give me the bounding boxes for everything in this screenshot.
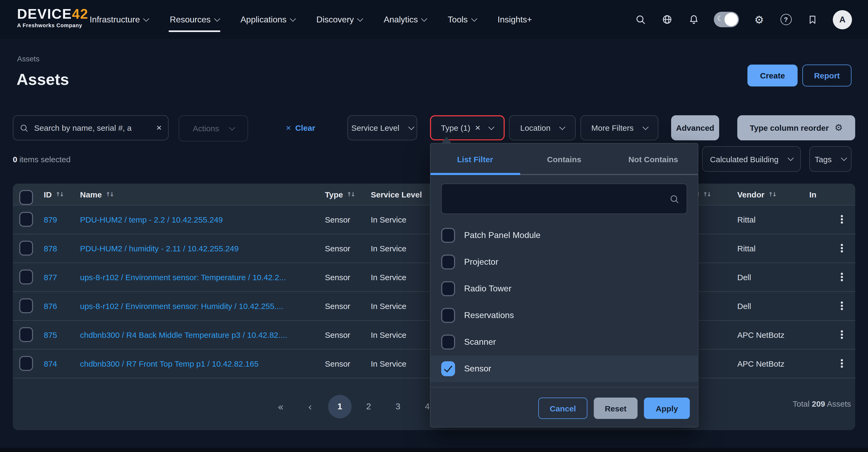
actions-dropdown[interactable]: Actions (179, 115, 248, 142)
nav-analytics[interactable]: Analytics (384, 0, 427, 39)
panel-footer-divider (431, 387, 698, 387)
user-avatar[interactable]: A (833, 10, 852, 29)
bookmark-icon[interactable] (806, 13, 819, 26)
tab-divider (520, 174, 698, 175)
tab-list-filter[interactable]: List Filter (431, 144, 520, 175)
asset-name-link[interactable]: PDU-HUM2 / humidity - 2.11 / 10.42.255.2… (80, 234, 239, 263)
row-checkbox[interactable] (19, 241, 33, 255)
theme-toggle[interactable]: ☾ (714, 12, 739, 27)
service-level-filter[interactable]: Service Level (347, 115, 417, 140)
clear-filters-button[interactable]: ×Clear (286, 115, 315, 140)
asset-name-link[interactable]: chdbnb300 / R4 Back Middle Temperature p… (80, 320, 287, 349)
option-checkbox[interactable] (441, 254, 455, 270)
option-checkbox[interactable] (441, 335, 455, 350)
pagination-page-3[interactable]: 3 (390, 395, 406, 418)
column-header-service-level[interactable]: Service Level (371, 184, 422, 205)
asset-id-link[interactable]: 876 (44, 291, 57, 320)
tags-dropdown[interactable]: Tags (809, 146, 851, 172)
row-checkbox[interactable] (19, 270, 33, 284)
option-checkbox[interactable] (441, 308, 455, 323)
filter-option-reservations[interactable]: Reservations (431, 302, 698, 329)
asset-name-link[interactable]: ups-8-r102 / Environment sensor: Tempera… (80, 263, 286, 291)
selection-count: 0items selected (13, 155, 70, 164)
row-checkbox[interactable] (19, 298, 33, 313)
row-menu-icon[interactable] (839, 300, 845, 312)
advanced-button[interactable]: Advanced (671, 115, 719, 140)
asset-name-link[interactable]: ups-8-r102 / Environment sensor: Humidit… (80, 291, 283, 320)
filter-option-scanner[interactable]: Scanner (431, 329, 698, 355)
sort-icon[interactable]: ↑↓ (703, 191, 711, 198)
row-menu-icon[interactable] (839, 328, 845, 341)
nav-resources[interactable]: Resources (170, 0, 219, 39)
column-header-type[interactable]: Type↑↓ (325, 184, 354, 205)
row-menu-icon[interactable] (839, 271, 845, 283)
more-filters-dropdown[interactable]: More Filters (581, 115, 658, 140)
sort-icon[interactable]: ↑↓ (56, 191, 63, 198)
sort-icon[interactable]: ↑↓ (768, 191, 776, 198)
row-checkbox[interactable] (19, 356, 33, 371)
calculated-building-dropdown[interactable]: Calculated Building (702, 146, 801, 172)
pagination-first[interactable]: « (272, 395, 289, 418)
pagination-prev[interactable]: ‹ (302, 395, 318, 418)
gear-icon[interactable]: ⚙ (753, 13, 766, 26)
panel-search-input[interactable] (449, 194, 670, 204)
nav-infrastructure[interactable]: Infrastructure (90, 0, 149, 39)
search-input[interactable] (33, 123, 152, 133)
pagination-page-2[interactable]: 2 (360, 395, 377, 418)
report-button[interactable]: Report (802, 65, 851, 86)
asset-id-link[interactable]: 878 (44, 234, 57, 263)
tab-not-contains[interactable]: Not Contains (609, 144, 698, 175)
filter-panel-tabs: List Filter Contains Not Contains (431, 144, 698, 175)
filter-option-projector[interactable]: Projector (431, 249, 698, 275)
search-box: × (13, 115, 168, 140)
column-header-id[interactable]: ID↑↓ (44, 184, 63, 205)
asset-name-link[interactable]: PDU-HUM2 / temp - 2.2 / 10.42.255.249 (80, 205, 223, 234)
sort-icon[interactable]: ↑↓ (105, 191, 113, 198)
breadcrumb[interactable]: Assets (17, 54, 39, 63)
row-menu-icon[interactable] (839, 357, 845, 370)
location-filter[interactable]: Location (509, 115, 576, 140)
filter-option-patch-panel-module[interactable]: Patch Panel Module (431, 222, 698, 249)
asset-id-link[interactable]: 874 (44, 349, 57, 378)
help-icon[interactable]: ? (779, 13, 792, 26)
option-checkbox[interactable] (441, 281, 455, 296)
option-checkbox-checked[interactable] (441, 361, 455, 376)
apply-button[interactable]: Apply (644, 398, 690, 419)
type-filter-highlighted[interactable]: Type (1)× (430, 115, 505, 140)
sort-icon[interactable]: ↑↓ (347, 191, 354, 198)
reset-button[interactable]: Reset (594, 398, 638, 419)
search-icon[interactable] (634, 13, 647, 26)
nav-tools[interactable]: Tools (448, 0, 476, 39)
globe-icon[interactable] (660, 13, 673, 26)
nav-applications[interactable]: Applications (241, 0, 295, 39)
remove-filter-icon[interactable]: × (475, 123, 480, 132)
asset-id-link[interactable]: 879 (44, 205, 57, 234)
column-header-vendor[interactable]: Vendor↑↓ (737, 184, 776, 205)
bell-icon[interactable] (687, 13, 700, 26)
pagination-page-1[interactable]: 1 (328, 395, 351, 418)
tab-contains[interactable]: Contains (520, 144, 609, 175)
nav-insights-plus[interactable]: Insights+ (497, 0, 532, 39)
row-checkbox[interactable] (19, 327, 33, 342)
cancel-button[interactable]: Cancel (538, 398, 587, 419)
clear-search-icon[interactable]: × (156, 123, 162, 132)
column-header-name[interactable]: Name↑↓ (80, 184, 113, 205)
create-button[interactable]: Create (747, 65, 798, 86)
row-menu-icon[interactable] (839, 213, 845, 226)
option-checkbox[interactable] (441, 228, 455, 243)
asset-id-link[interactable]: 875 (44, 320, 57, 349)
select-all-checkbox[interactable] (19, 190, 33, 205)
asset-name-link[interactable]: chdbnb300 / R7 Front Top Temp p1 / 10.42… (80, 349, 258, 378)
asset-type: Sensor (325, 205, 350, 234)
column-header-in[interactable]: In (809, 184, 816, 205)
asset-service-level: In Service (371, 205, 406, 234)
type-column-reorder-button[interactable]: Type column reorder⚙ (737, 115, 855, 140)
row-checkbox[interactable] (19, 212, 33, 227)
row-menu-icon[interactable] (839, 242, 845, 254)
filter-option-sensor[interactable]: Sensor (431, 355, 698, 382)
logo-text: DEVICE42 (17, 6, 88, 22)
filter-option-radio-tower[interactable]: Radio Tower (431, 275, 698, 302)
nav-discovery[interactable]: Discovery (316, 0, 362, 39)
device42-logo[interactable]: DEVICE42 A Freshworks Company (17, 7, 88, 28)
asset-id-link[interactable]: 877 (44, 263, 57, 291)
